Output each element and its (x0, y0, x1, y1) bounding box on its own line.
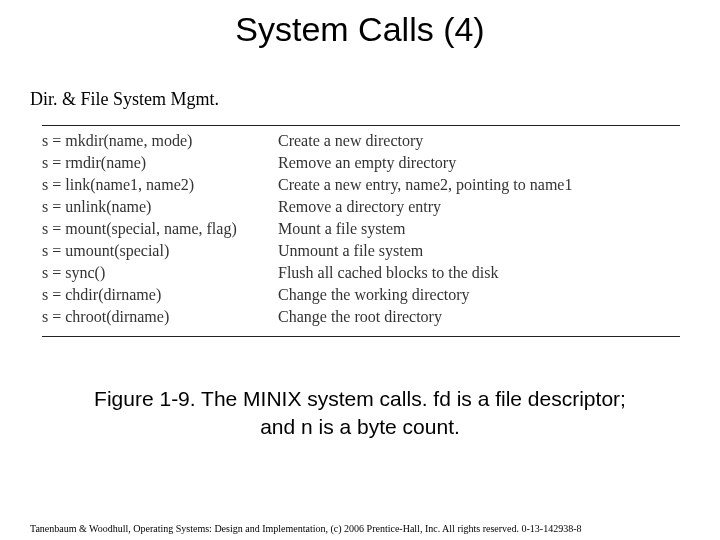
syscall-table: s = mkdir(name, mode) Create a new direc… (42, 130, 682, 328)
syscall-table-wrap: s = mkdir(name, mode) Create a new direc… (42, 125, 680, 337)
table-row: s = sync() Flush all cached blocks to th… (42, 262, 682, 284)
rule-top (42, 125, 680, 126)
slide-title: System Calls (4) (0, 10, 720, 49)
syscall-cell: s = sync() (42, 262, 278, 284)
footer-copyright: Tanenbaum & Woodhull, Operating Systems:… (30, 523, 582, 534)
desc-cell: Create a new directory (278, 130, 682, 152)
syscall-cell: s = mkdir(name, mode) (42, 130, 278, 152)
table-row: s = rmdir(name) Remove an empty director… (42, 152, 682, 174)
desc-cell: Remove a directory entry (278, 196, 682, 218)
syscall-cell: s = rmdir(name) (42, 152, 278, 174)
section-label: Dir. & File System Mgmt. (30, 89, 720, 110)
desc-cell: Flush all cached blocks to the disk (278, 262, 682, 284)
figure-caption: Figure 1-9. The MINIX system calls. fd i… (0, 385, 720, 442)
syscall-cell: s = mount(special, name, flag) (42, 218, 278, 240)
desc-cell: Change the working directory (278, 284, 682, 306)
caption-line-1: Figure 1-9. The MINIX system calls. fd i… (94, 387, 626, 410)
desc-cell: Mount a file system (278, 218, 682, 240)
syscall-cell: s = umount(special) (42, 240, 278, 262)
table-row: s = mount(special, name, flag) Mount a f… (42, 218, 682, 240)
desc-cell: Change the root directory (278, 306, 682, 328)
desc-cell: Unmount a file system (278, 240, 682, 262)
syscall-cell: s = chdir(dirname) (42, 284, 278, 306)
syscall-cell: s = link(name1, name2) (42, 174, 278, 196)
table-row: s = umount(special) Unmount a file syste… (42, 240, 682, 262)
syscall-cell: s = unlink(name) (42, 196, 278, 218)
table-row: s = chroot(dirname) Change the root dire… (42, 306, 682, 328)
desc-cell: Create a new entry, name2, pointing to n… (278, 174, 682, 196)
rule-bottom (42, 336, 680, 337)
caption-line-2: and n is a byte count. (260, 415, 460, 438)
table-row: s = link(name1, name2) Create a new entr… (42, 174, 682, 196)
table-row: s = mkdir(name, mode) Create a new direc… (42, 130, 682, 152)
syscall-cell: s = chroot(dirname) (42, 306, 278, 328)
desc-cell: Remove an empty directory (278, 152, 682, 174)
table-row: s = unlink(name) Remove a directory entr… (42, 196, 682, 218)
table-row: s = chdir(dirname) Change the working di… (42, 284, 682, 306)
